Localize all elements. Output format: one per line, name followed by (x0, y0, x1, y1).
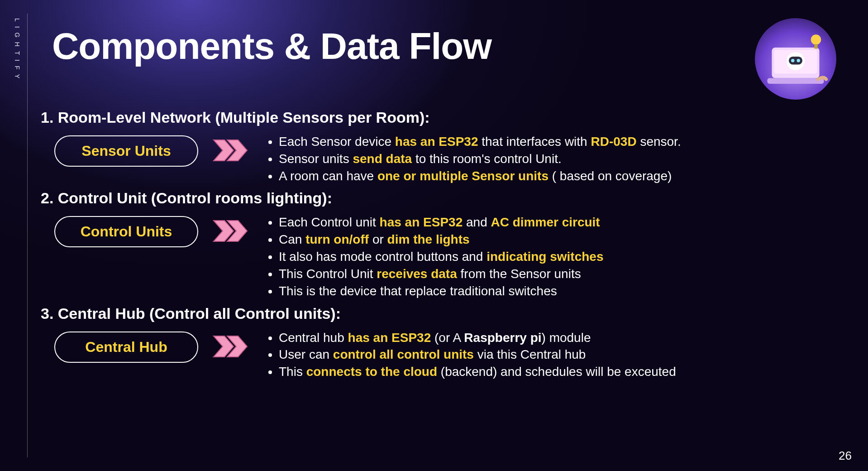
svg-point-6 (797, 59, 801, 62)
bullet-item: Central hub has an ESP32 (or A Raspberry… (279, 330, 836, 346)
bullet-list: Each Control unit has an ESP32 and AC di… (263, 214, 836, 300)
section-row: Sensor UnitsEach Sensor device has an ES… (41, 134, 836, 185)
section-row: Control UnitsEach Control unit has an ES… (41, 214, 836, 300)
section-row: Central HubCentral hub has an ESP32 (or … (41, 330, 836, 381)
component-pill: Control Units (54, 216, 198, 247)
bullet-item: A room can have one or multiple Sensor u… (279, 168, 836, 184)
component-pill-label: Sensor Units (81, 143, 171, 159)
page-number: 26 (839, 449, 852, 463)
laptop-robot-icon (762, 25, 830, 93)
chevron-double-right-icon (212, 334, 250, 360)
brand-label: LIGHTIFY (14, 18, 21, 83)
component-pill: Central Hub (54, 332, 198, 363)
bullet-item: It also has mode control buttons and ind… (279, 249, 836, 265)
page-title: Components & Data Flow (52, 25, 491, 67)
component-pill-label: Control Units (81, 223, 172, 240)
bullet-item: Each Sensor device has an ESP32 that int… (279, 134, 836, 150)
bullet-item: This is the device that replace traditio… (279, 283, 836, 299)
hero-illustration (755, 18, 836, 100)
bullet-list: Each Sensor device has an ESP32 that int… (263, 134, 836, 185)
svg-point-5 (791, 59, 795, 62)
component-pill: Sensor Units (54, 135, 198, 167)
bullet-item: Each Control unit has an ESP32 and AC di… (279, 214, 836, 231)
slide: LIGHTIFY Components & Data Flow 1. Room-… (0, 0, 868, 471)
svg-rect-2 (768, 78, 824, 84)
bullet-item: User can control all control units via t… (279, 346, 836, 363)
bullet-item: Can turn on/off or dim the lights (279, 231, 836, 248)
chevron-double-right-icon (212, 219, 250, 245)
bullet-list: Central hub has an ESP32 (or A Raspberry… (263, 330, 836, 381)
chevron-double-right-icon (212, 138, 250, 164)
bullet-item: This connects to the cloud (backend) and… (279, 364, 836, 380)
svg-rect-4 (789, 57, 802, 65)
section-heading: 1. Room-Level Network (Multiple Sensors … (41, 109, 836, 126)
content-area: 1. Room-Level Network (Multiple Sensors … (41, 104, 836, 448)
component-pill-label: Central Hub (85, 339, 167, 355)
bullet-item: Sensor units send data to this room's co… (279, 151, 836, 167)
section-heading: 2. Control Unit (Control rooms lighting)… (41, 189, 836, 207)
svg-rect-8 (814, 44, 818, 49)
section-heading: 3. Central Hub (Control all Control unit… (41, 305, 836, 322)
vertical-divider (27, 14, 28, 457)
bullet-item: This Control Unit receives data from the… (279, 266, 836, 282)
svg-point-7 (811, 34, 821, 45)
